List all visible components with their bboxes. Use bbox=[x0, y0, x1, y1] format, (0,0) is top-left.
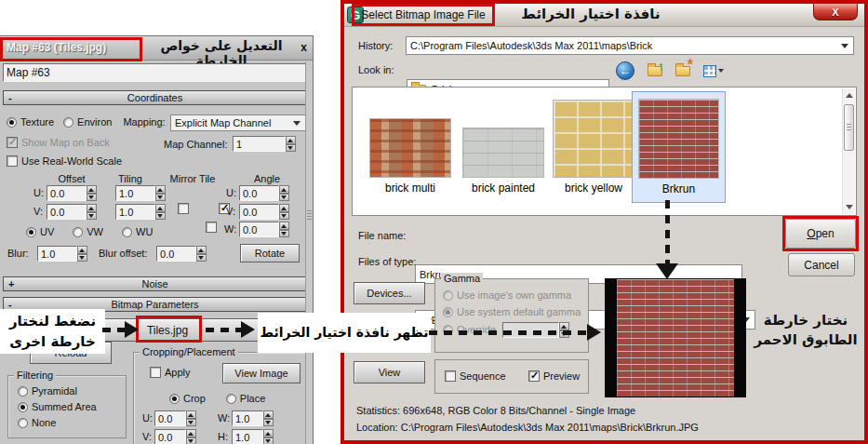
mapping-select[interactable]: Explicit Map Channel bbox=[170, 114, 306, 131]
crop-u-spinner[interactable]: 0.0 bbox=[154, 410, 196, 426]
summed-area-radio[interactable] bbox=[18, 402, 28, 412]
list-item-brick-multi[interactable]: brick multi bbox=[364, 118, 457, 195]
u-tiling-spinner[interactable]: 1.0 bbox=[115, 185, 166, 201]
view-menu-icon[interactable] bbox=[701, 61, 727, 81]
cancel-button[interactable]: Cancel bbox=[788, 253, 855, 276]
spinner-arrows-icon[interactable] bbox=[286, 136, 296, 152]
map-channel-spinner[interactable]: 1 bbox=[233, 136, 296, 152]
spinner-arrows-icon[interactable] bbox=[279, 204, 289, 220]
texture-radio[interactable] bbox=[7, 117, 17, 128]
scroll-down-icon[interactable] bbox=[843, 200, 855, 214]
none-radio[interactable] bbox=[18, 418, 28, 428]
spinner-arrows-icon[interactable] bbox=[279, 222, 289, 237]
view-image-button[interactable]: View Image bbox=[222, 363, 300, 383]
close-icon[interactable]: X bbox=[813, 4, 858, 20]
apply-checkbox[interactable] bbox=[150, 367, 161, 378]
list-item-brkrun-selected[interactable]: Brkrun bbox=[632, 91, 726, 203]
view-button[interactable]: View bbox=[354, 361, 425, 383]
gamma-own-radio[interactable] bbox=[443, 290, 453, 301]
expand-icon[interactable]: + bbox=[8, 278, 14, 289]
preview-checkbox[interactable] bbox=[528, 370, 540, 382]
collapse-icon[interactable]: - bbox=[8, 92, 12, 103]
new-folder-icon[interactable]: * bbox=[673, 61, 693, 81]
v-angle-spinner[interactable]: 0.0 bbox=[239, 204, 289, 220]
v-label: V: bbox=[33, 206, 43, 217]
map-name-field[interactable]: Map #63 bbox=[3, 63, 307, 82]
history-select[interactable]: C:\Program Files\Autodesk\3ds Max 2011\m… bbox=[406, 36, 854, 55]
spinner-arrows-icon[interactable] bbox=[263, 410, 274, 426]
show-map-back-row: Show Map on Back bbox=[7, 137, 110, 148]
annotation-press-to-choose: نضغط لنختار خارطة اخرى bbox=[0, 309, 105, 354]
w-angle-spinner[interactable]: 0.0 bbox=[239, 222, 289, 237]
highlight-box-tiles-button bbox=[136, 316, 202, 343]
spinner-arrows-icon[interactable] bbox=[155, 185, 166, 201]
list-item-brick-painted[interactable]: brick painted bbox=[457, 128, 550, 195]
panel-scrollbar[interactable] bbox=[305, 61, 313, 444]
u-angle-spinner[interactable]: 0.0 bbox=[239, 185, 289, 201]
v-mirror-checkbox[interactable] bbox=[206, 222, 217, 233]
scrollbar-thumb[interactable] bbox=[844, 104, 854, 151]
preview-row: Preview bbox=[528, 370, 580, 382]
gamma-label: Gamma bbox=[441, 273, 483, 284]
thumbnail-label: brick painted bbox=[457, 182, 550, 195]
spinner-arrows-icon[interactable] bbox=[186, 429, 196, 444]
spinner-arrows-icon[interactable] bbox=[263, 429, 274, 444]
dashed-arrow-line-vertical bbox=[665, 200, 670, 265]
crop-w-spinner[interactable]: 1.0 bbox=[232, 410, 274, 426]
pyramidal-radio[interactable] bbox=[18, 386, 28, 397]
vw-radio[interactable] bbox=[73, 227, 83, 237]
scroll-up-icon[interactable] bbox=[843, 88, 855, 102]
blur-spinner[interactable]: 1.0 bbox=[37, 246, 87, 262]
spinner-arrows-icon[interactable] bbox=[279, 185, 289, 201]
crop-radio[interactable] bbox=[169, 394, 180, 404]
uv-radio[interactable] bbox=[26, 227, 36, 237]
open-button[interactable]: Open bbox=[785, 219, 856, 249]
u-offset-spinner[interactable]: 0.0 bbox=[47, 185, 97, 201]
gamma-system-label: Use system default gamma bbox=[457, 306, 581, 317]
thumbnail-image bbox=[638, 99, 719, 179]
list-scrollbar[interactable] bbox=[842, 88, 855, 214]
none-row: None bbox=[18, 417, 56, 428]
dialog-titlebar[interactable]: G Select Bitmap Image File نافذة اختيار … bbox=[344, 4, 864, 27]
filtering-label: Filtering bbox=[14, 370, 56, 381]
list-item-brick-yellow[interactable]: brick yellow bbox=[547, 100, 640, 195]
crop-v-spinner[interactable]: 0.0 bbox=[154, 429, 196, 444]
rollout-bitmap-label: Bitmap Parameters bbox=[111, 299, 198, 310]
spinner-arrows-icon[interactable] bbox=[155, 204, 166, 220]
sequence-checkbox[interactable] bbox=[445, 370, 456, 382]
back-icon[interactable]: ← bbox=[615, 61, 635, 81]
show-map-back-label: Show Map on Back bbox=[21, 137, 110, 148]
crop-h-spinner[interactable]: 1.0 bbox=[232, 429, 274, 444]
v-offset-spinner[interactable]: 0.0 bbox=[47, 204, 97, 220]
spinner-arrows-icon[interactable] bbox=[87, 185, 97, 201]
use-real-world-checkbox[interactable] bbox=[7, 155, 18, 167]
chevron-down-icon[interactable] bbox=[837, 37, 851, 54]
environ-radio[interactable] bbox=[63, 117, 73, 128]
scrollbar-grip-icon[interactable] bbox=[307, 210, 312, 221]
thumbnail-image bbox=[553, 100, 634, 178]
rollout-coordinates[interactable]: - Coordinates bbox=[3, 90, 307, 105]
spinner-arrows-icon[interactable] bbox=[196, 246, 207, 262]
chevron-down-icon[interactable] bbox=[289, 115, 303, 130]
show-map-back-checkbox[interactable] bbox=[7, 137, 18, 148]
rollout-noise[interactable]: + Noise bbox=[3, 276, 307, 291]
spinner-arrows-icon[interactable] bbox=[186, 410, 196, 426]
v-tiling-spinner[interactable]: 1.0 bbox=[115, 204, 166, 220]
gamma-system-radio[interactable] bbox=[443, 307, 453, 317]
u-mirror-checkbox[interactable] bbox=[178, 203, 189, 214]
wu-radio[interactable] bbox=[122, 227, 132, 237]
spinner-arrows-icon[interactable] bbox=[87, 204, 97, 220]
rotate-button[interactable]: Rotate bbox=[240, 244, 300, 262]
up-one-level-icon[interactable]: ↑ bbox=[645, 61, 665, 81]
dialog-title: Select Bitmap Image File bbox=[361, 8, 485, 21]
spinner-arrows-icon[interactable] bbox=[77, 246, 87, 262]
devices-button[interactable]: Devices... bbox=[354, 282, 425, 304]
panel-close-icon[interactable]: x bbox=[300, 41, 307, 54]
blur-offset-spinner[interactable]: 0.0 bbox=[156, 246, 207, 262]
mapping-label: Mapping: bbox=[123, 116, 165, 128]
place-label: Place bbox=[240, 393, 266, 404]
look-in-label: Look in: bbox=[358, 64, 394, 75]
angle-v-label: V: bbox=[226, 206, 235, 217]
pyramidal-row: Pyramidal bbox=[18, 385, 77, 397]
place-radio[interactable] bbox=[226, 394, 236, 404]
